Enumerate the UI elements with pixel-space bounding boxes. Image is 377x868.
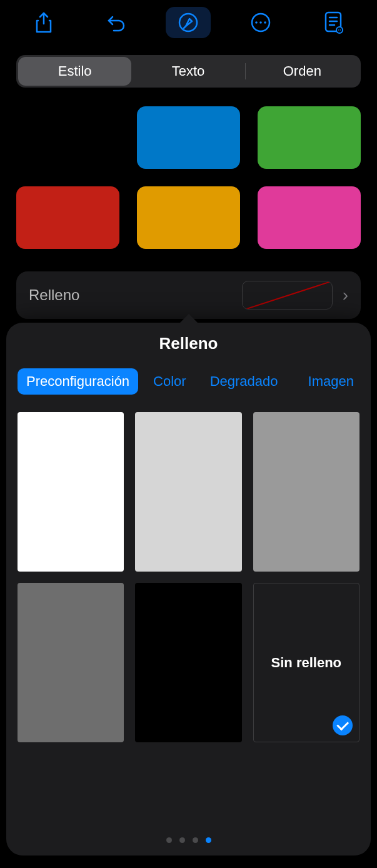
reader-icon [323, 11, 344, 34]
preset-swatch[interactable] [135, 583, 241, 742]
fill-tabs: Preconfiguración Color Degradado Imagen [6, 353, 371, 395]
segment-label: Orden [283, 63, 321, 79]
more-button[interactable] [238, 7, 283, 38]
format-segmented-control: Estilo Texto Orden [16, 55, 361, 88]
segment-label: Texto [172, 63, 205, 79]
more-icon [249, 11, 272, 34]
style-swatch[interactable] [258, 106, 361, 169]
no-fill-label: Sin relleno [271, 655, 341, 671]
segment-style[interactable]: Estilo [18, 57, 131, 86]
preset-swatch[interactable] [135, 412, 241, 572]
fill-tab-gradient[interactable]: Degradado [201, 368, 287, 395]
page-dot [193, 837, 198, 843]
popover-title: Relleno [6, 334, 371, 353]
preset-swatch[interactable] [18, 583, 124, 742]
segment-text[interactable]: Texto [131, 57, 244, 86]
tab-label: Degradado [210, 373, 278, 389]
style-swatch[interactable] [16, 106, 119, 169]
svg-point-2 [255, 21, 258, 24]
style-swatch[interactable] [137, 186, 240, 249]
svg-point-4 [264, 21, 266, 24]
toolbar [0, 0, 377, 45]
undo-icon [105, 11, 128, 34]
svg-point-11 [339, 29, 341, 31]
style-swatch[interactable] [137, 106, 240, 169]
fill-tab-image[interactable]: Imagen [299, 368, 363, 395]
style-swatch-grid [16, 106, 361, 249]
style-swatch[interactable] [258, 186, 361, 249]
format-button[interactable] [166, 7, 211, 38]
undo-button[interactable] [94, 7, 139, 38]
fill-row-label: Relleno [29, 286, 242, 304]
fill-tab-preset[interactable]: Preconfiguración [18, 368, 138, 395]
tab-label: Imagen [308, 373, 354, 389]
chevron-right-icon: › [343, 285, 348, 305]
page-dot [179, 837, 185, 843]
none-diagonal [242, 281, 333, 310]
preset-grid: Sin relleno [18, 412, 359, 742]
tab-label: Preconfiguración [26, 373, 129, 389]
segment-label: Estilo [58, 63, 92, 79]
svg-point-3 [259, 21, 262, 24]
style-swatch[interactable] [16, 186, 119, 249]
fill-popover: Relleno Preconfiguración Color Degradado… [6, 323, 371, 855]
fill-preview-none [242, 281, 333, 310]
share-button[interactable] [21, 7, 66, 38]
fill-row[interactable]: Relleno › [16, 271, 361, 319]
page-dot [206, 837, 211, 843]
page-indicator[interactable] [6, 819, 371, 855]
segment-order[interactable]: Orden [246, 57, 359, 86]
share-icon [34, 11, 53, 34]
preset-swatch[interactable] [18, 412, 124, 572]
preset-swatch[interactable] [253, 412, 359, 572]
fill-tab-color[interactable]: Color [144, 368, 195, 395]
popover-arrow [179, 314, 199, 324]
page-dot [166, 837, 172, 843]
tab-label: Color [153, 373, 186, 389]
reader-button[interactable] [311, 7, 356, 38]
format-brush-icon [177, 11, 199, 34]
checkmark-icon [333, 715, 353, 735]
preset-no-fill[interactable]: Sin relleno [253, 583, 359, 742]
